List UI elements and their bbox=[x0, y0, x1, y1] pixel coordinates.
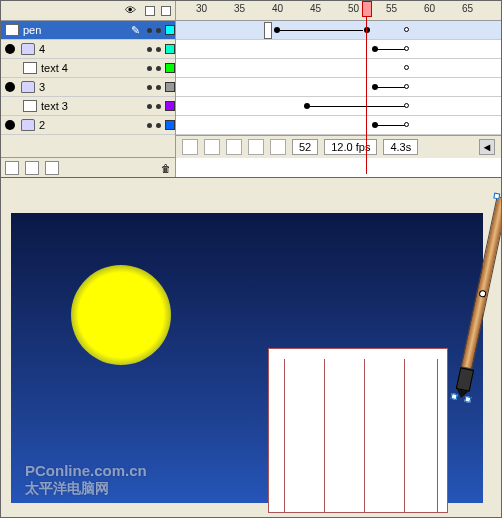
layer-row-3[interactable]: 3 bbox=[1, 78, 175, 97]
visibility-dot[interactable] bbox=[147, 104, 152, 109]
modify-onion-markers-button[interactable] bbox=[270, 139, 286, 155]
timeline-track[interactable] bbox=[176, 21, 501, 40]
delete-layer-button[interactable] bbox=[161, 162, 171, 174]
visibility-dot[interactable] bbox=[147, 66, 152, 71]
watermark: PConline.com.cn 太平洋电脑网 bbox=[25, 462, 147, 497]
onion-skin-button[interactable] bbox=[204, 139, 220, 155]
visibility-dot[interactable] bbox=[147, 28, 152, 33]
edit-multiple-frames-button[interactable] bbox=[248, 139, 264, 155]
watermark-line2: 太平洋电脑网 bbox=[25, 480, 147, 497]
layer-type-icon bbox=[23, 62, 37, 74]
timeline-track[interactable] bbox=[176, 97, 501, 116]
layer-row-text3[interactable]: text 3 bbox=[1, 97, 175, 116]
layer-name: 4 bbox=[39, 43, 143, 55]
blank-keyframe[interactable] bbox=[404, 103, 409, 108]
timeline-footer: 52 12.0 fps 4.3s ◄ bbox=[176, 135, 501, 158]
paper-rule-line bbox=[404, 359, 405, 512]
blank-keyframe[interactable] bbox=[404, 27, 409, 32]
timeline-track[interactable] bbox=[176, 40, 501, 59]
layer-color-box[interactable] bbox=[165, 101, 175, 111]
scroll-left-button[interactable]: ◄ bbox=[479, 139, 495, 155]
lock-dot[interactable] bbox=[156, 47, 161, 52]
add-motion-guide-button[interactable] bbox=[25, 161, 39, 175]
add-folder-button[interactable] bbox=[45, 161, 59, 175]
blank-keyframe[interactable] bbox=[404, 84, 409, 89]
keyframe[interactable] bbox=[364, 27, 370, 33]
layer-color-box[interactable] bbox=[165, 82, 175, 92]
ruler-tick: 30 bbox=[196, 3, 207, 14]
folder-toggle-icon[interactable] bbox=[5, 120, 15, 130]
stage-area: PConline.com.cn 太平洋电脑网 bbox=[1, 178, 501, 517]
keyframe-block[interactable] bbox=[264, 22, 272, 39]
motion-tween bbox=[376, 125, 406, 126]
visibility-dot[interactable] bbox=[147, 123, 152, 128]
selection-handle[interactable] bbox=[451, 393, 458, 400]
onion-skin-outline-button[interactable] bbox=[226, 139, 242, 155]
blank-keyframe[interactable] bbox=[404, 65, 409, 70]
moon-shape[interactable] bbox=[71, 265, 171, 365]
layer-name: text 3 bbox=[41, 100, 143, 112]
pen-body bbox=[460, 196, 501, 370]
selection-handle[interactable] bbox=[493, 192, 500, 199]
stage-canvas[interactable]: PConline.com.cn 太平洋电脑网 bbox=[11, 213, 483, 503]
layer-color-box[interactable] bbox=[165, 44, 175, 54]
layer-row-4[interactable]: 4 bbox=[1, 40, 175, 59]
lock-dot[interactable] bbox=[156, 104, 161, 109]
motion-tween bbox=[376, 49, 406, 50]
add-layer-button[interactable] bbox=[5, 161, 19, 175]
ruler-tick: 60 bbox=[424, 3, 435, 14]
center-frame-button[interactable] bbox=[182, 139, 198, 155]
ruler-tick: 50 bbox=[348, 3, 359, 14]
app-window: pen 4 text 4 3 bbox=[0, 0, 502, 518]
blank-keyframe[interactable] bbox=[404, 46, 409, 51]
lock-dot[interactable] bbox=[156, 28, 161, 33]
layers-header bbox=[1, 1, 175, 21]
ruler-tick: 55 bbox=[386, 3, 397, 14]
elapsed-time-field: 4.3s bbox=[383, 139, 418, 155]
fps-field[interactable]: 12.0 fps bbox=[324, 139, 377, 155]
visibility-dot[interactable] bbox=[147, 85, 152, 90]
lock-column-icon[interactable] bbox=[145, 6, 155, 16]
motion-tween bbox=[278, 30, 363, 31]
layers-footer bbox=[1, 157, 175, 177]
layer-row-pen[interactable]: pen bbox=[1, 21, 175, 40]
visibility-column-icon[interactable] bbox=[125, 4, 139, 18]
pen-tip bbox=[456, 367, 474, 391]
layer-row-2[interactable]: 2 bbox=[1, 116, 175, 135]
layer-color-box[interactable] bbox=[165, 25, 175, 35]
folder-icon bbox=[21, 81, 35, 93]
lock-dot[interactable] bbox=[156, 123, 161, 128]
lock-dot[interactable] bbox=[156, 66, 161, 71]
layer-row-text4[interactable]: text 4 bbox=[1, 59, 175, 78]
ruler-tick: 65 bbox=[462, 3, 473, 14]
folder-toggle-icon[interactable] bbox=[5, 82, 15, 92]
ruler-tick: 45 bbox=[310, 3, 321, 14]
pen-object-selected[interactable] bbox=[454, 196, 501, 399]
ruler-tick: 35 bbox=[234, 3, 245, 14]
paper-rule-line bbox=[284, 359, 285, 512]
outline-column-icon[interactable] bbox=[161, 6, 171, 16]
motion-tween bbox=[376, 87, 406, 88]
layer-type-icon bbox=[5, 24, 19, 36]
layer-name: text 4 bbox=[41, 62, 143, 74]
current-frame-field[interactable]: 52 bbox=[292, 139, 318, 155]
layer-color-box[interactable] bbox=[165, 63, 175, 73]
layer-color-box[interactable] bbox=[165, 120, 175, 130]
folder-toggle-icon[interactable] bbox=[5, 44, 15, 54]
selection-handle[interactable] bbox=[464, 396, 471, 403]
timeline-track[interactable] bbox=[176, 116, 501, 135]
folder-icon bbox=[21, 43, 35, 55]
paper-rule-line bbox=[364, 359, 365, 512]
timeline-track[interactable] bbox=[176, 59, 501, 78]
visibility-dot[interactable] bbox=[147, 47, 152, 52]
layer-name: 2 bbox=[39, 119, 143, 131]
paper-rule-line bbox=[324, 359, 325, 512]
timeline-ruler[interactable]: 30 35 40 45 50 55 60 65 bbox=[176, 1, 501, 21]
blank-keyframe[interactable] bbox=[404, 122, 409, 127]
motion-tween bbox=[308, 106, 408, 107]
lock-dot[interactable] bbox=[156, 85, 161, 90]
paper-shape[interactable] bbox=[268, 348, 448, 513]
folder-icon bbox=[21, 119, 35, 131]
layer-name: 3 bbox=[39, 81, 143, 93]
timeline-track[interactable] bbox=[176, 78, 501, 97]
